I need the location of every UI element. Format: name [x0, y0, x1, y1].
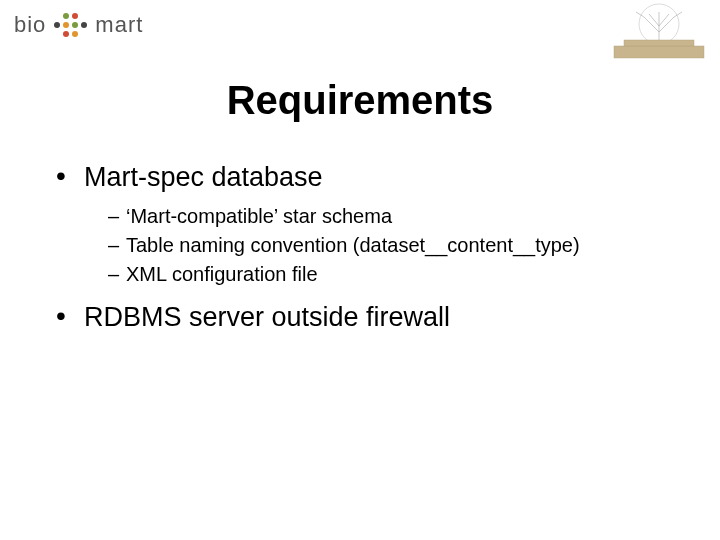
- svg-line-5: [659, 14, 669, 26]
- list-item: ‘Mart-compatible’ star schema: [108, 203, 680, 230]
- slide: bio mart Requirements Mart-spec database: [0, 0, 720, 540]
- list-item: Table naming convention (dataset__conten…: [108, 232, 680, 259]
- sub-bullet-text: Table naming convention (dataset__conten…: [126, 234, 580, 256]
- logo-prefix: bio: [14, 12, 46, 38]
- sub-bullet-text: ‘Mart-compatible’ star schema: [126, 205, 392, 227]
- bullet-text: Mart-spec database: [84, 162, 323, 192]
- sub-bullet-text: XML configuration file: [126, 263, 318, 285]
- tree-building-icon: [604, 2, 714, 62]
- list-item: RDBMS server outside firewall: [56, 300, 680, 335]
- svg-rect-8: [614, 46, 704, 58]
- bullet-text: RDBMS server outside firewall: [84, 302, 450, 332]
- svg-line-3: [659, 17, 674, 32]
- logo-suffix: mart: [95, 12, 143, 38]
- list-item: Mart-spec database ‘Mart-compatible’ sta…: [56, 160, 680, 288]
- list-item: XML configuration file: [108, 261, 680, 288]
- svg-rect-9: [624, 40, 694, 46]
- biomart-logo: bio mart: [14, 12, 143, 38]
- sub-bullet-list: ‘Mart-compatible’ star schema Table nami…: [108, 203, 680, 288]
- bullet-list: Mart-spec database ‘Mart-compatible’ sta…: [56, 160, 680, 335]
- svg-line-4: [649, 14, 659, 26]
- svg-line-2: [644, 17, 659, 32]
- slide-title: Requirements: [0, 78, 720, 123]
- slide-body: Mart-spec database ‘Mart-compatible’ sta…: [56, 160, 680, 341]
- logo-dots-icon: [54, 13, 87, 37]
